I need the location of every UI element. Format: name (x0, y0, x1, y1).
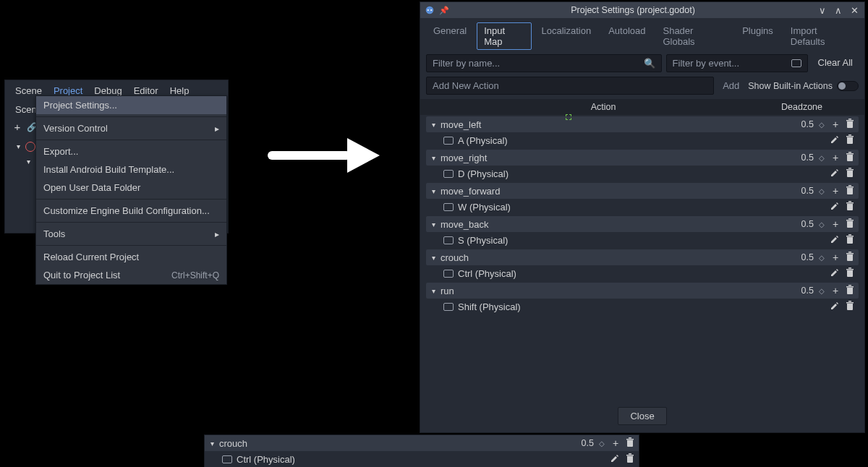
add-event-button[interactable]: + (830, 252, 841, 263)
filter-name-input[interactable]: Filter by name... 🔍 (426, 54, 662, 72)
deadzone-value[interactable]: 0.5 (569, 438, 594, 448)
event-row[interactable]: Ctrl (Physical) (426, 265, 859, 281)
add-event-button[interactable]: + (830, 152, 841, 163)
menu-item-project-settings[interactable]: Project Settings... (36, 96, 226, 114)
minimize-button[interactable]: ∨ (817, 5, 828, 16)
menu-item-quit-to-list[interactable]: Quit to Project List Ctrl+Shift+Q (36, 266, 226, 284)
delete-event-button[interactable] (844, 168, 856, 179)
deadzone-value[interactable]: 0.5 (789, 286, 814, 296)
edit-event-button[interactable] (828, 235, 840, 246)
project-settings-window: 📌 Project Settings (project.godot) ∨ ∧ ✕… (420, 1, 865, 433)
event-row[interactable]: A (Physical) (426, 132, 859, 148)
delete-action-button[interactable] (844, 218, 856, 230)
crop-indicator-icon (566, 114, 571, 120)
key-icon (443, 270, 454, 278)
tab-shader-globals[interactable]: Shader Globals (655, 22, 732, 50)
tab-input-map[interactable]: Input Map (477, 22, 531, 50)
delete-action-button[interactable] (844, 285, 856, 296)
add-event-button[interactable]: + (830, 119, 841, 130)
close-button[interactable]: ✕ (848, 5, 860, 16)
delete-event-button[interactable] (844, 201, 856, 213)
event-label: Shift (Physical) (458, 301, 824, 312)
delete-action-button[interactable] (844, 252, 856, 263)
event-row[interactable]: W (Physical) (426, 199, 859, 215)
event-label: Ctrl (Physical) (458, 268, 824, 279)
action-row[interactable]: ▾move_forward0.5◇+ (426, 183, 859, 199)
action-row[interactable]: ▾move_right0.5◇+ (426, 150, 859, 166)
filter-event-input[interactable]: Filter by event... (666, 54, 808, 72)
add-event-button[interactable]: + (830, 218, 841, 230)
delete-action-button[interactable] (844, 152, 856, 163)
action-name: crouch (219, 438, 566, 449)
spinner-icon[interactable]: ◇ (817, 154, 827, 162)
spinner-icon[interactable]: ◇ (817, 187, 827, 195)
menu-item-version-control[interactable]: Version Control ▸ (36, 119, 226, 137)
show-builtin-toggle[interactable] (837, 81, 859, 91)
edit-event-button[interactable] (828, 202, 840, 213)
header-action-label: Action (426, 102, 780, 112)
tab-plugins[interactable]: Plugins (735, 22, 780, 50)
maximize-button[interactable]: ∧ (833, 5, 844, 16)
tab-general[interactable]: General (426, 22, 474, 50)
add-action-button[interactable]: Add (718, 77, 744, 94)
add-event-button[interactable]: + (830, 285, 841, 296)
delete-event-button[interactable] (844, 301, 856, 312)
delete-event-button[interactable] (624, 453, 636, 465)
titlebar[interactable]: 📌 Project Settings (project.godot) ∨ ∧ ✕ (420, 2, 864, 18)
add-action-input[interactable]: Add New Action (426, 77, 714, 95)
svg-point-6 (430, 9, 432, 11)
event-row[interactable]: S (Physical) (426, 232, 859, 248)
spinner-icon[interactable]: ◇ (817, 220, 827, 228)
add-event-button[interactable]: + (610, 437, 621, 449)
spinner-icon[interactable]: ◇ (817, 254, 827, 262)
add-node-icon[interactable]: + (9, 121, 25, 133)
action-row[interactable]: ▾run0.5◇+ (426, 283, 859, 299)
delete-action-button[interactable] (624, 437, 636, 449)
action-row[interactable]: ▾move_left0.5◇+ (426, 116, 859, 132)
menu-item-install-android[interactable]: Install Android Build Template... (36, 160, 226, 179)
caret-icon: ▾ (429, 187, 438, 195)
deadzone-value[interactable]: 0.5 (789, 186, 814, 196)
event-row[interactable]: Shift (Physical) (426, 299, 859, 314)
menu-item-customize-engine[interactable]: Customize Engine Build Configuration... (36, 202, 226, 220)
search-icon: 🔍 (644, 58, 655, 69)
menu-item-label: Version Control (43, 123, 108, 134)
action-row[interactable]: ▾crouch0.5◇+ (426, 249, 859, 265)
menu-item-reload-project[interactable]: Reload Current Project (36, 248, 226, 266)
keyboard-icon (791, 59, 801, 67)
caret-icon: ▾ (429, 121, 438, 129)
menu-item-export[interactable]: Export... (36, 142, 226, 160)
edit-event-button[interactable] (828, 301, 840, 312)
deadzone-value[interactable]: 0.5 (789, 153, 814, 163)
key-icon (222, 455, 232, 463)
deadzone-value[interactable]: 0.5 (789, 119, 814, 129)
edit-event-button[interactable] (828, 268, 840, 279)
event-row[interactable]: D (Physical) (426, 166, 859, 181)
menu-item-open-user-data[interactable]: Open User Data Folder (36, 179, 226, 197)
menu-item-tools[interactable]: Tools ▸ (36, 225, 226, 243)
close-dialog-button[interactable]: Close (618, 407, 666, 425)
spinner-icon[interactable]: ◇ (817, 121, 827, 129)
tab-localization[interactable]: Localization (535, 22, 599, 50)
delete-action-button[interactable] (844, 119, 856, 130)
delete-event-button[interactable] (844, 267, 856, 279)
event-row[interactable]: Ctrl (Physical) (205, 451, 639, 467)
tab-autoload[interactable]: Autoload (601, 22, 652, 50)
edit-event-button[interactable] (828, 168, 840, 179)
action-row[interactable]: ▾move_back0.5◇+ (426, 216, 859, 232)
tab-import-defaults[interactable]: Import Defaults (783, 22, 859, 50)
deadzone-value[interactable]: 0.5 (789, 252, 814, 262)
action-name: run (441, 286, 786, 296)
delete-action-button[interactable] (844, 185, 856, 197)
spinner-icon[interactable]: ◇ (817, 287, 827, 295)
delete-event-button[interactable] (844, 234, 856, 246)
clear-all-button[interactable]: Clear All (812, 54, 859, 72)
pin-icon[interactable]: 📌 (439, 6, 449, 15)
add-event-button[interactable]: + (830, 185, 841, 197)
spinner-icon[interactable]: ◇ (597, 440, 607, 447)
action-row[interactable]: ▾ crouch 0.5 ◇ + (205, 435, 639, 451)
deadzone-value[interactable]: 0.5 (789, 219, 814, 229)
edit-event-button[interactable] (608, 454, 620, 465)
edit-event-button[interactable] (828, 135, 840, 146)
delete-event-button[interactable] (844, 134, 856, 146)
